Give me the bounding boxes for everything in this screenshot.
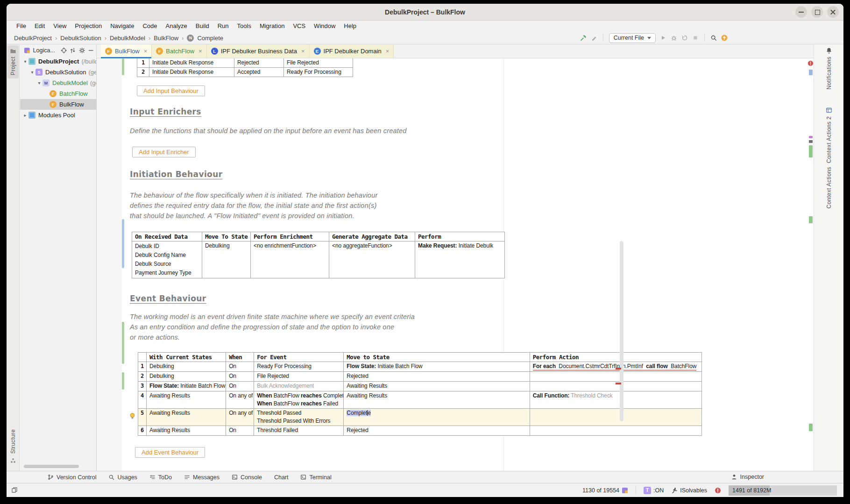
run-icon[interactable] <box>660 35 666 41</box>
perform-action-cell[interactable]: For each Document.CstmrCdtTrfInitn.PmtIn… <box>530 362 701 372</box>
table-cell[interactable]: Initiate Debulk Response <box>149 58 234 68</box>
menu-window[interactable]: Window <box>310 21 340 32</box>
sidebar-item-context-actions[interactable]: Context Actions <box>814 167 843 208</box>
menu-view[interactable]: View <box>49 21 71 32</box>
sidebar-item-notifications[interactable]: Notifications <box>814 47 843 90</box>
intention-bulb-icon[interactable] <box>129 412 136 419</box>
table-cell[interactable]: File Rejected <box>284 58 353 68</box>
move-to-state-cell[interactable]: Complete <box>344 409 530 426</box>
close-icon[interactable]: × <box>301 48 305 55</box>
current-states-cell[interactable]: Debulking <box>147 372 226 382</box>
menu-build[interactable]: Build <box>191 21 213 32</box>
add-event-behaviour-button[interactable]: Add Event Behaviour <box>135 447 205 458</box>
breadcrumb-state[interactable]: Complete <box>196 35 224 42</box>
when-cell[interactable]: On any of <box>226 391 254 409</box>
add-input-enricher-button[interactable]: Add Input Enricher <box>132 147 196 157</box>
toolwindow-terminal[interactable]: Terminal <box>300 474 331 481</box>
inspector-button[interactable]: Inspector <box>731 471 764 483</box>
debug-icon[interactable] <box>671 35 677 41</box>
menu-vcs[interactable]: VCS <box>289 21 310 32</box>
move-to-state-cell[interactable]: Debulking <box>202 241 251 278</box>
coverage-icon[interactable] <box>681 35 688 41</box>
table-cell[interactable]: Rejected <box>234 58 284 68</box>
table-cell[interactable]: Ready For Processing <box>284 68 353 77</box>
breadcrumb-item[interactable]: DebulkSolution <box>59 35 102 42</box>
move-to-state-cell[interactable]: Rejected <box>344 372 530 382</box>
table-cell[interactable]: Accepted <box>234 68 284 77</box>
for-event-cell[interactable]: Ready For Processing <box>254 362 344 372</box>
menu-edit[interactable]: Edit <box>30 21 49 32</box>
minimize-button[interactable] <box>795 6 807 18</box>
menu-help[interactable]: Help <box>340 21 361 32</box>
current-states-cell[interactable]: Awaiting Results <box>147 409 226 426</box>
move-to-state-cell[interactable]: Flow State: Initiate Batch Flow <box>344 362 530 372</box>
menu-navigate[interactable]: Navigate <box>106 21 138 32</box>
build-icon[interactable] <box>580 35 587 41</box>
perform-action-cell[interactable]: Call Function: Threshold Check <box>530 391 701 409</box>
when-cell[interactable]: On <box>226 426 254 436</box>
table-cell[interactable]: 2 <box>137 68 149 77</box>
when-cell[interactable]: On <box>226 382 254 391</box>
tab-ipf-debulker-business-data[interactable]: LIPF Debulker Business Data× <box>207 44 310 58</box>
update-notification-icon[interactable] <box>721 35 728 41</box>
table-cell[interactable]: 1 <box>137 58 149 68</box>
stop-icon[interactable] <box>692 35 699 41</box>
windows-icon[interactable] <box>11 487 18 493</box>
toolwindow-todo[interactable]: ToDo <box>149 474 172 481</box>
perform-action-cell[interactable] <box>530 372 701 382</box>
memory-indicator[interactable]: 1491 of 8192M <box>729 485 837 496</box>
search-everywhere-icon[interactable] <box>710 35 717 41</box>
t-on-widget[interactable]: T :ON <box>644 487 664 494</box>
menu-tools[interactable]: Tools <box>233 21 255 32</box>
menu-run[interactable]: Run <box>213 21 233 32</box>
close-icon[interactable]: × <box>386 48 390 55</box>
isolvables-widget[interactable]: ISolvables <box>671 487 707 494</box>
commit-icon[interactable] <box>591 35 597 41</box>
toolwindow-version-control[interactable]: Version Control <box>48 474 96 481</box>
add-input-behaviour-button[interactable]: Add Input Behaviour <box>137 85 205 96</box>
when-cell[interactable]: On <box>226 372 254 382</box>
table-cell[interactable]: Initiate Debulk Response <box>149 68 234 77</box>
sidebar-item-context-actions-2[interactable]: Context Actions 2 <box>814 107 843 163</box>
for-event-cell[interactable]: Bulk Acknowledgement <box>254 382 344 391</box>
tab-ipf-debulker-domain[interactable]: EIPF Debulker Domain× <box>310 44 394 58</box>
toolwindow-chart[interactable]: Chart <box>274 474 289 481</box>
toolwindow-usages[interactable]: Usages <box>108 474 137 481</box>
received-data-cell[interactable]: Debulk IDDebulk Config NameDebulk Source… <box>132 241 202 278</box>
current-states-cell[interactable]: Flow State: Initiate Batch Flow <box>147 382 226 391</box>
caret-position-widget[interactable]: 1130 of 19554 <box>582 487 628 494</box>
menu-migration[interactable]: Migration <box>255 21 289 32</box>
breadcrumb-item[interactable]: BulkFlow <box>153 35 179 42</box>
perform-action-cell[interactable] <box>530 409 701 426</box>
enrichment-cell[interactable]: <no enrichmentFunction> <box>251 241 329 278</box>
maximize-button[interactable] <box>811 6 823 18</box>
when-cell[interactable]: On any of <box>226 409 254 426</box>
for-event-cell[interactable]: When BatchFlow reaches CompleteWhen Batc… <box>254 391 344 409</box>
editor-scrollbar-thumb[interactable] <box>620 241 623 421</box>
run-configuration-select[interactable]: Current File <box>609 33 656 43</box>
menu-code[interactable]: Code <box>138 21 161 32</box>
perform-action-cell[interactable] <box>530 426 701 436</box>
current-states-cell[interactable]: Awaiting Results <box>147 426 226 436</box>
when-cell[interactable]: On <box>226 362 254 372</box>
for-event-cell[interactable]: Threshold Failed <box>254 426 344 436</box>
toolwindow-console[interactable]: Console <box>232 474 262 481</box>
aggregate-cell[interactable]: <no aggregateFunction> <box>329 241 415 278</box>
menu-file[interactable]: File <box>12 21 30 32</box>
menu-projection[interactable]: Projection <box>71 21 106 32</box>
close-icon[interactable]: × <box>198 48 202 55</box>
move-to-state-cell[interactable]: Awaiting Results <box>344 382 530 391</box>
close-button[interactable] <box>827 6 839 18</box>
current-states-cell[interactable]: Debulking <box>147 362 226 372</box>
menu-analyze[interactable]: Analyze <box>162 21 191 32</box>
move-to-state-cell[interactable]: Rejected <box>344 426 530 436</box>
move-to-state-cell[interactable]: Awaiting Results <box>344 391 530 409</box>
perform-cell[interactable]: Make Request: Initiate Debulk <box>415 241 505 278</box>
tab-bulkflow[interactable]: FBulkFlow× <box>101 44 152 58</box>
breadcrumb-item[interactable]: DebulkModel <box>109 35 146 42</box>
tab-batchflow[interactable]: FBatchFlow× <box>152 44 206 58</box>
close-icon[interactable]: × <box>144 48 148 55</box>
breadcrumb-item[interactable]: DebulkProject <box>13 35 53 42</box>
for-event-cell[interactable]: Threshold PassedThreshold Passed With Er… <box>254 409 344 426</box>
for-event-cell[interactable]: File Rejected <box>254 372 344 382</box>
